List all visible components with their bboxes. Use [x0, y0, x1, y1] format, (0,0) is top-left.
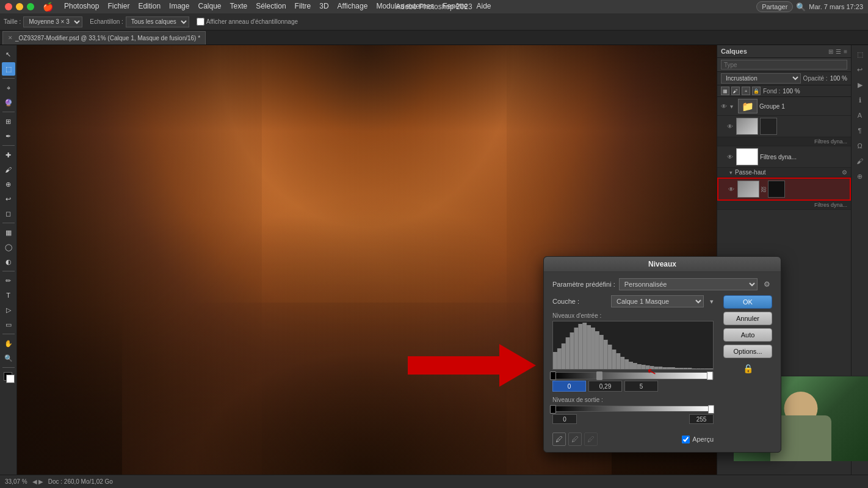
layers-menu-icon[interactable]: ≡ — [844, 48, 847, 55]
clone-tool[interactable]: ⊕ — [2, 178, 15, 191]
side-glyph-icon[interactable]: Ω — [853, 139, 867, 152]
input-gray-handle[interactable] — [596, 371, 602, 380]
menu-fichier[interactable]: Fichier — [107, 2, 129, 12]
side-brush-icon[interactable]: 🖌 — [853, 154, 867, 168]
eraser-tool[interactable]: ◻ — [2, 207, 15, 220]
dodge-tool[interactable]: ◐ — [2, 255, 15, 268]
show-ring-label[interactable]: Afficher anneau d'échantillonnage — [197, 18, 298, 26]
search-icon[interactable]: 🔍 — [796, 2, 806, 12]
side-adjust-icon[interactable]: ⬚ — [853, 48, 867, 61]
channel-menu-icon[interactable]: ▾ — [710, 298, 714, 306]
layer-item-filtres[interactable]: 👁 Filtres dyna... — [717, 146, 851, 168]
history-brush-tool[interactable]: ↩ — [2, 192, 15, 206]
lock-transparent-icon[interactable]: ▦ — [721, 87, 729, 95]
layer-eye-selected[interactable]: 👁 — [727, 185, 736, 193]
move-tool[interactable]: ↖ — [2, 48, 15, 61]
path-select-tool[interactable]: ▷ — [2, 303, 15, 317]
layer-item-regular[interactable]: 👁 — [717, 116, 851, 137]
brush-tool[interactable]: 🖌 — [2, 163, 15, 176]
lasso-tool[interactable]: ⌖ — [2, 81, 15, 95]
layer-eye-groupe1[interactable]: 👁 — [720, 102, 728, 110]
input-value-white[interactable] — [624, 381, 658, 392]
layers-adjust-icon[interactable]: ☰ — [836, 48, 841, 55]
auto-button[interactable]: Auto — [723, 328, 772, 342]
menu-calque[interactable]: Calque — [198, 2, 221, 12]
white-eyedropper[interactable]: 🖊 — [584, 432, 598, 446]
blend-mode-select[interactable]: Incrustation — [721, 73, 801, 84]
lock-position-icon[interactable]: + — [742, 87, 750, 95]
channel-select[interactable]: Calque 1 Masque — [611, 295, 704, 307]
shape-tool[interactable]: ▭ — [2, 318, 15, 331]
passe-haut-expand[interactable]: ▾ — [729, 170, 732, 176]
output-value-black[interactable]: 0 — [552, 414, 577, 424]
nav-arrows[interactable]: ◀ ▶ — [32, 478, 43, 485]
side-char-icon[interactable]: A — [853, 109, 867, 122]
tab-close-icon[interactable]: ✕ — [8, 35, 13, 41]
output-black-handle[interactable] — [550, 405, 556, 414]
lock-icon[interactable]: 🔒 — [723, 364, 772, 373]
size-select[interactable]: Moyenne 3 × 3 — [23, 16, 82, 27]
maximize-button[interactable] — [27, 3, 34, 10]
layers-filter-icon[interactable]: ⊞ — [828, 48, 833, 55]
preset-gear-icon[interactable]: ⚙ — [761, 279, 772, 290]
output-slider-track[interactable] — [552, 406, 714, 412]
hand-tool[interactable]: ✋ — [2, 337, 15, 350]
gradient-tool[interactable]: ▦ — [2, 226, 15, 239]
heal-tool[interactable]: ✚ — [2, 148, 15, 162]
ok-button[interactable]: OK — [723, 295, 772, 309]
menu-filtre[interactable]: Filtre — [295, 2, 311, 12]
input-white-handle[interactable] — [707, 371, 713, 380]
menu-photoshop[interactable]: Photoshop — [64, 2, 99, 12]
sample-select[interactable]: Tous les calques — [126, 16, 189, 27]
cancel-button[interactable]: Annuler — [723, 312, 772, 325]
black-eyedropper[interactable]: 🖊 — [552, 432, 566, 446]
foreground-color[interactable] — [2, 370, 15, 384]
document-tab[interactable]: ✕ _OZ93287-Modifier.psd @ 33,1% (Calque … — [2, 31, 206, 45]
zoom-tool[interactable]: 🔍 — [2, 351, 15, 365]
share-button[interactable]: Partager — [756, 1, 793, 12]
type-tool[interactable]: T — [2, 289, 15, 302]
output-value-white[interactable]: 255 — [689, 414, 714, 424]
layer-item-groupe1[interactable]: 👁 ▾ 📁 Groupe 1 — [717, 97, 851, 116]
menu-edition[interactable]: Edition — [138, 2, 161, 12]
layer-eye-regular[interactable]: 👁 — [726, 122, 734, 131]
selection-tool[interactable]: ⬚ — [2, 62, 15, 76]
layers-search-input[interactable] — [721, 60, 847, 70]
input-black-handle[interactable] — [550, 371, 556, 380]
close-button[interactable] — [5, 3, 12, 10]
passe-haut-settings-icon[interactable]: ⚙ — [842, 169, 847, 176]
eyedropper-tool[interactable]: ✒ — [2, 129, 15, 143]
side-info-icon[interactable]: ℹ — [853, 93, 867, 107]
menu-texte[interactable]: Texte — [230, 2, 248, 12]
blur-tool[interactable]: ◯ — [2, 240, 15, 254]
input-value-gray[interactable] — [588, 381, 622, 392]
menu-affichage[interactable]: Affichage — [338, 2, 368, 12]
menu-aide[interactable]: Aide — [476, 2, 491, 12]
menu-selection[interactable]: Sélection — [256, 2, 286, 12]
nav-next-icon[interactable]: ▶ — [38, 478, 43, 485]
layer-expand-icon[interactable]: ▾ — [730, 103, 736, 110]
options-button[interactable]: Options... — [723, 345, 772, 358]
lock-all-icon[interactable]: 🔒 — [752, 87, 761, 95]
pen-tool[interactable]: ✏ — [2, 274, 15, 287]
layer-eye-filtres[interactable]: 👁 — [726, 152, 734, 161]
input-slider-track[interactable] — [552, 372, 714, 379]
crop-tool[interactable]: ⊞ — [2, 115, 15, 128]
input-value-black[interactable] — [552, 381, 586, 392]
output-white-handle[interactable] — [708, 405, 714, 414]
lock-image-icon[interactable]: 🖌 — [731, 87, 740, 95]
minimize-button[interactable] — [16, 3, 23, 10]
side-para-icon[interactable]: ¶ — [853, 124, 867, 137]
show-ring-checkbox[interactable] — [197, 18, 204, 26]
side-history-icon[interactable]: ↩ — [853, 63, 867, 76]
side-action-icon[interactable]: ▶ — [853, 78, 867, 92]
layer-item-selected[interactable]: 👁 ⛓ — [717, 178, 851, 201]
preset-select[interactable]: Personnalisée — [619, 278, 758, 290]
side-clone-icon[interactable]: ⊕ — [853, 170, 867, 183]
nav-prev-icon[interactable]: ◀ — [32, 478, 37, 485]
preview-checkbox[interactable] — [682, 436, 690, 443]
gray-eyedropper[interactable]: 🖊 — [568, 432, 582, 446]
menu-3d[interactable]: 3D — [319, 2, 328, 12]
quick-select-tool[interactable]: 🔮 — [2, 96, 15, 109]
menu-image[interactable]: Image — [169, 2, 189, 12]
